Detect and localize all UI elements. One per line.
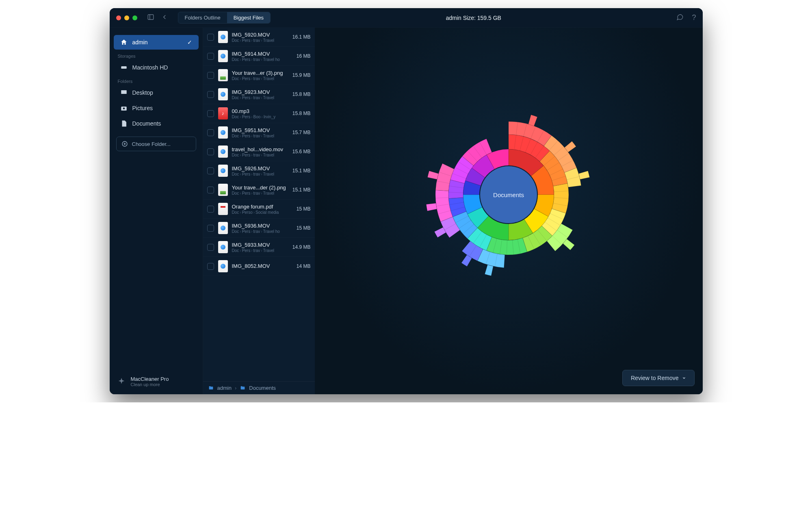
file-checkbox[interactable] xyxy=(207,53,214,60)
tab-biggest-files[interactable]: Biggest Files xyxy=(227,12,270,23)
sunburst-segment[interactable] xyxy=(528,115,537,126)
sidebar-item-documents[interactable]: Documents xyxy=(114,116,199,131)
help-icon[interactable]: ? xyxy=(692,13,696,22)
file-row[interactable]: travel_hol...video.mov Doc›Pers›trav›Tra… xyxy=(203,142,315,161)
file-name: travel_hol...video.mov xyxy=(232,146,288,152)
breadcrumb-part[interactable]: admin xyxy=(217,385,232,391)
drive-icon xyxy=(120,64,128,71)
window-controls xyxy=(116,15,137,20)
file-name: IMG_5936.MOV xyxy=(232,223,292,229)
file-row[interactable]: Your trave...der (2).png Doc›Pers›trav›T… xyxy=(203,180,315,200)
feedback-icon[interactable] xyxy=(676,13,684,22)
file-checkbox[interactable] xyxy=(207,225,214,232)
file-row[interactable]: IMG_5933.MOV Doc›Pers›trav›Travel 14.9 M… xyxy=(203,238,315,257)
chevron-down-icon xyxy=(682,376,686,380)
review-button-label: Review to Remove xyxy=(631,375,679,381)
file-row[interactable]: IMG_5951.MOV Doc›Pers›trav›Travel 15.7 M… xyxy=(203,123,315,142)
sidebar-item-desktop[interactable]: Desktop xyxy=(114,85,199,100)
file-info: IMG_8052.MOV xyxy=(232,263,292,269)
file-checkbox[interactable] xyxy=(207,129,214,136)
sidebar-item-label: Documents xyxy=(132,120,161,127)
sunburst-center[interactable]: Documents xyxy=(480,166,537,223)
file-checkbox[interactable] xyxy=(207,263,214,270)
file-type-icon xyxy=(218,260,228,272)
breadcrumb-part[interactable]: Documents xyxy=(249,385,276,391)
file-row[interactable]: IMG_5926.MOV Doc›Pers›trav›Travel 15.1 M… xyxy=(203,161,315,180)
promo-title: MacCleaner Pro xyxy=(131,376,169,382)
sunburst-chart[interactable]: Documents xyxy=(421,107,596,282)
file-checkbox[interactable] xyxy=(207,72,214,79)
file-size: 16.1 MB xyxy=(292,34,311,40)
review-to-remove-button[interactable]: Review to Remove xyxy=(622,370,695,386)
breadcrumb: admin › Documents xyxy=(203,381,315,394)
file-row[interactable]: IMG_5936.MOV Doc›Pers›trav›Travel ho 15 … xyxy=(203,219,315,238)
sidebar-item-label: Desktop xyxy=(132,89,153,96)
sidebar-item-pictures[interactable]: Pictures xyxy=(114,101,199,115)
back-icon[interactable] xyxy=(161,13,168,22)
svg-rect-3 xyxy=(121,90,127,94)
file-row[interactable]: Orange forum.pdf Doc›Perso›Social media … xyxy=(203,200,315,219)
file-size: 15.8 MB xyxy=(292,91,311,97)
close-window-button[interactable] xyxy=(116,15,121,20)
file-name: IMG_5914.MOV xyxy=(232,51,292,57)
home-icon xyxy=(120,39,128,46)
file-size: 15.9 MB xyxy=(292,72,311,78)
sidebar-section-storages: Storages xyxy=(110,50,203,60)
file-path: Doc›Pers›trav›Travel xyxy=(232,38,288,43)
file-name: 00.mp3 xyxy=(232,108,288,114)
file-row[interactable]: IMG_8052.MOV 14 MB xyxy=(203,257,315,276)
file-checkbox[interactable] xyxy=(207,34,214,41)
folder-icon xyxy=(208,385,214,391)
svg-rect-0 xyxy=(148,15,154,20)
file-checkbox[interactable] xyxy=(207,167,214,174)
file-row[interactable]: IMG_5914.MOV Doc›Pers›trav›Travel ho 16 … xyxy=(203,47,315,66)
sidebar-user[interactable]: admin ✓ xyxy=(114,35,199,50)
file-list-panel: IMG_5920.MOV Doc›Pers›trav›Travel 16.1 M… xyxy=(203,28,315,394)
file-type-icon xyxy=(218,88,228,100)
file-info: IMG_5936.MOV Doc›Pers›trav›Travel ho xyxy=(232,223,292,234)
file-info: IMG_5914.MOV Doc›Pers›trav›Travel ho xyxy=(232,51,292,62)
file-row[interactable]: 00.mp3 Doc›Pers›Boo›Irvin_y 15.8 MB xyxy=(203,104,315,123)
view-mode-tabs: Folders Outline Biggest Files xyxy=(178,12,271,24)
file-size: 15.7 MB xyxy=(292,130,311,135)
sunburst-segment[interactable] xyxy=(426,203,437,211)
file-size: 15.6 MB xyxy=(292,149,311,154)
file-row[interactable]: Your trave...er (3).png Doc›Pers›trav›Tr… xyxy=(203,66,315,85)
file-path: Doc›Pers›trav›Travel ho xyxy=(232,57,292,62)
svg-point-5 xyxy=(123,108,125,110)
file-checkbox[interactable] xyxy=(207,148,214,155)
tab-folders-outline[interactable]: Folders Outline xyxy=(178,12,227,23)
file-type-icon xyxy=(218,165,228,177)
file-type-icon xyxy=(218,184,228,196)
file-row[interactable]: IMG_5920.MOV Doc›Pers›trav›Travel 16.1 M… xyxy=(203,28,315,47)
file-path: Doc›Pers›trav›Travel xyxy=(232,172,288,176)
file-list[interactable]: IMG_5920.MOV Doc›Pers›trav›Travel 16.1 M… xyxy=(203,28,315,381)
file-type-icon xyxy=(218,126,228,139)
minimize-window-button[interactable] xyxy=(124,15,129,20)
file-info: IMG_5933.MOV Doc›Pers›trav›Travel xyxy=(232,242,288,253)
file-checkbox[interactable] xyxy=(207,206,214,213)
file-checkbox[interactable] xyxy=(207,187,214,193)
file-checkbox[interactable] xyxy=(207,244,214,251)
sunburst-segment[interactable] xyxy=(578,171,589,179)
file-name: IMG_5920.MOV xyxy=(232,32,288,38)
file-checkbox[interactable] xyxy=(207,110,214,117)
file-name: IMG_5926.MOV xyxy=(232,165,288,172)
sunburst-segment[interactable] xyxy=(485,265,493,276)
sidebar-item-macintosh-hd[interactable]: Macintosh HD xyxy=(114,60,199,75)
file-type-icon xyxy=(218,241,228,253)
promo[interactable]: MacCleaner Pro Clean up more xyxy=(110,369,203,394)
folder-icon xyxy=(240,385,246,391)
title-text: admin Size: 159.5 GB xyxy=(271,15,676,21)
sidebar-toggle-icon[interactable] xyxy=(147,13,154,22)
zoom-window-button[interactable] xyxy=(132,15,137,20)
promo-subtitle: Clean up more xyxy=(131,382,169,387)
file-row[interactable]: IMG_5923.MOV Doc›Pers›trav›Travel 15.8 M… xyxy=(203,85,315,104)
main-panel: Documents Review to Remove xyxy=(315,28,703,394)
sunburst-segment[interactable] xyxy=(428,171,439,179)
choose-folder-button[interactable]: Choose Folder... xyxy=(116,137,196,151)
file-checkbox[interactable] xyxy=(207,91,214,98)
app-window: Folders Outline Biggest Files admin Size… xyxy=(110,8,703,394)
sidebar-user-label: admin xyxy=(132,39,148,46)
file-info: Your trave...er (3).png Doc›Pers›trav›Tr… xyxy=(232,70,288,81)
